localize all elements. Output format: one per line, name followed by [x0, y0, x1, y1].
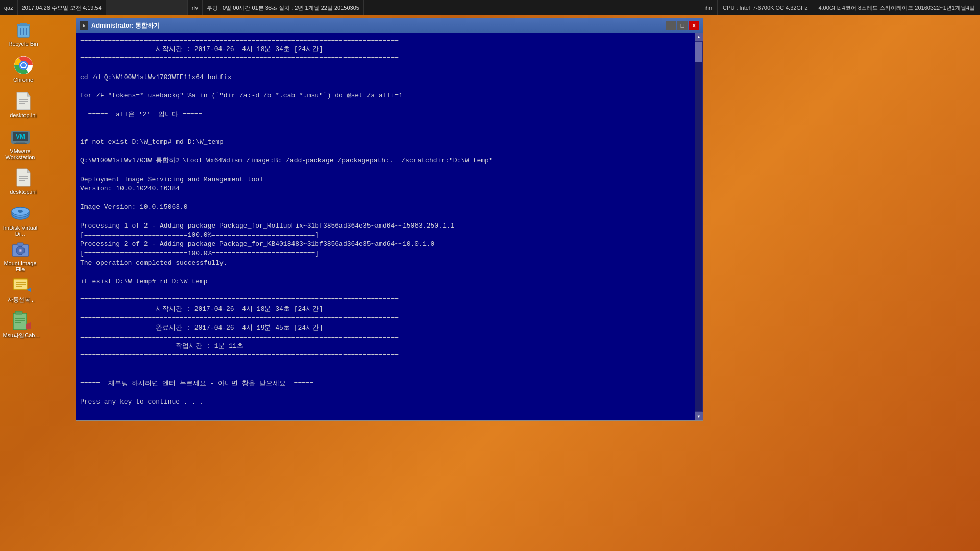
- taskbar-sys: ihn CPU : Intel i7-6700K OC 4.32GHz 4.00…: [699, 0, 980, 15]
- cmd-minimize-button[interactable]: ─: [666, 21, 676, 30]
- desktop-icon-desktop-ini-1[interactable]: desktop.ini: [4, 91, 42, 118]
- desktop-icon-msu-cab[interactable]: Msu파일Cab...: [2, 310, 40, 339]
- msu-cab-icon: [11, 310, 32, 331]
- taskbar-timer: 부팅 : 0일 00시간 01분 36초 설치 : 2년 1개월 22일 201…: [203, 0, 364, 15]
- desktop-icon-recycle-bin[interactable]: Recycle Bin: [4, 19, 42, 47]
- svg-marker-21: [27, 169, 30, 173]
- cmd-titlebar: ▶ Administrator: 통합하기 ─ □ ✕: [76, 18, 703, 33]
- desktop-icon-jadongseonbuk[interactable]: 자동선복...: [2, 274, 40, 304]
- svg-marker-11: [27, 92, 30, 96]
- svg-rect-17: [16, 142, 24, 143]
- cmd-body: ========================================…: [76, 33, 703, 420]
- scrollbar-down-arrow[interactable]: ▼: [695, 412, 703, 420]
- jadongseonbuk-icon: [11, 274, 32, 295]
- taskbar-ram: 4.00GHz 4코어 8스레드 스카이레이크 20160322~1년1개월4일: [813, 0, 980, 15]
- recycle-bin-icon: [13, 19, 34, 40]
- imdisk-label: ImDisk Virtual Di...: [1, 224, 39, 237]
- svg-rect-40: [13, 313, 27, 330]
- mount-image-icon: [10, 239, 31, 259]
- vmware-icon: VM: [10, 127, 31, 147]
- taskbar-ihn: ihn: [699, 0, 717, 15]
- cmd-maximize-button[interactable]: □: [677, 21, 688, 30]
- taskbar-cpu: CPU : Intel i7-6700K OC 4.32GHz: [717, 0, 813, 15]
- svg-point-32: [19, 250, 21, 252]
- cmd-close-button[interactable]: ✕: [689, 21, 699, 30]
- file-icon-2: [13, 167, 34, 188]
- taskbar-window[interactable]: [106, 0, 188, 15]
- svg-rect-33: [17, 243, 23, 245]
- recycle-bin-label: Recycle Bin: [8, 41, 38, 47]
- svg-rect-2: [20, 23, 27, 24]
- taskbar-top: qaz 2017.04.26 수요일 오전 4:19:54 rfv 부팅 : 0…: [0, 0, 980, 15]
- cmd-window-icon: ▶: [80, 21, 88, 30]
- cmd-content-area[interactable]: ========================================…: [76, 33, 695, 420]
- cmd-window: ▶ Administrator: 통합하기 ─ □ ✕ ============…: [76, 18, 703, 421]
- chrome-icon: [13, 55, 34, 76]
- svg-rect-41: [15, 311, 22, 314]
- desktop-icon-vmware[interactable]: VM VMware Workstation: [1, 127, 39, 160]
- scrollbar-thumb[interactable]: [695, 42, 702, 62]
- svg-point-28: [18, 210, 23, 213]
- cmd-title-left: ▶ Administrator: 통합하기: [80, 21, 160, 30]
- scrollbar-track[interactable]: [695, 42, 702, 411]
- msu-cab-label: Msu파일Cab...: [3, 332, 39, 339]
- desktop-icon-chrome[interactable]: Chrome: [4, 55, 42, 83]
- cmd-controls: ─ □ ✕: [666, 21, 699, 30]
- taskbar-datetime: 2017.04.26 수요일 오전 4:19:54: [18, 0, 106, 15]
- taskbar-username: qaz: [0, 0, 18, 15]
- svg-rect-18: [14, 143, 27, 144]
- vmware-label: VMware Workstation: [1, 148, 39, 160]
- imdisk-icon: [10, 203, 31, 223]
- desktop-icon-desktop-ini-2[interactable]: desktop.ini: [4, 167, 42, 195]
- cmd-title-text: Administrator: 통합하기: [91, 21, 160, 30]
- chrome-label: Chrome: [13, 77, 33, 83]
- file-icon-1: [13, 91, 34, 111]
- mount-image-label: Mount Image File: [1, 260, 39, 272]
- svg-point-9: [21, 63, 26, 67]
- desktop-icon-imdisk[interactable]: ImDisk Virtual Di...: [1, 203, 39, 237]
- desktop-icon-mount-image[interactable]: Mount Image File: [1, 239, 39, 272]
- svg-text:VM: VM: [16, 133, 25, 140]
- taskbar-rfv: rfv: [188, 0, 203, 15]
- jadongseonbuk-label: 자동선복...: [8, 296, 35, 304]
- desktop-ini-1-label: desktop.ini: [10, 112, 37, 118]
- cmd-scrollbar[interactable]: ▲ ▼: [695, 33, 703, 420]
- desktop-ini-2-label: desktop.ini: [10, 189, 37, 195]
- scrollbar-up-arrow[interactable]: ▲: [695, 33, 703, 41]
